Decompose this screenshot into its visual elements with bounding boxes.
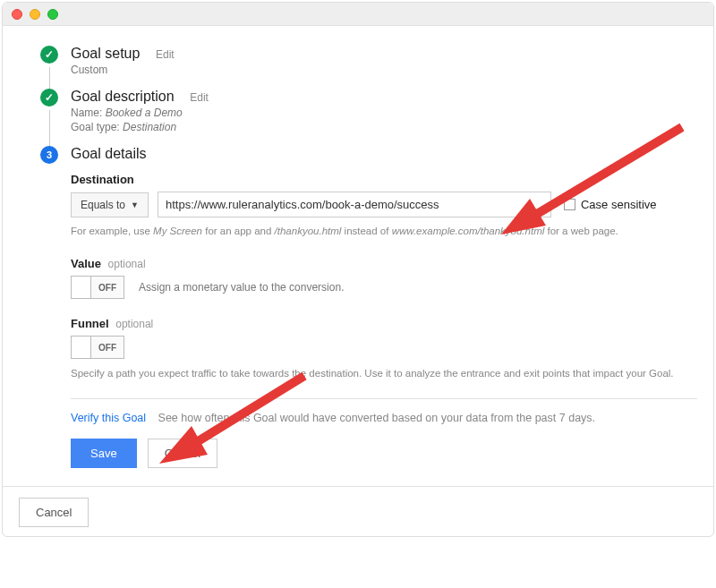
destination-hint: For example, use My Screen for an app an…	[71, 224, 697, 239]
hint-text: for a web page.	[544, 226, 618, 236]
step-setup-edit-link[interactable]: Edit	[156, 48, 175, 61]
step-description-type: Goal type: Destination	[71, 121, 697, 133]
titlebar	[3, 3, 713, 26]
funnel-desc: Specify a path you expect traffic to tak…	[71, 366, 697, 381]
verify-desc: See how often this Goal would have conve…	[158, 412, 596, 424]
step-description-edit-link[interactable]: Edit	[190, 91, 209, 104]
divider	[71, 398, 697, 399]
type-label: Goal type:	[71, 121, 120, 133]
minimize-window-icon[interactable]	[30, 9, 40, 20]
hint-text: instead of	[341, 226, 391, 236]
step-goal-description: Goal description Edit Name: Booked a Dem…	[19, 89, 697, 133]
value-toggle[interactable]: OFF	[71, 276, 124, 299]
step-setup-sub: Custom	[71, 64, 697, 76]
hint-text: My Screen	[153, 226, 202, 236]
save-button[interactable]: Save	[71, 439, 137, 468]
step-number: 3	[47, 149, 52, 160]
cancel-button[interactable]: Cancel	[148, 439, 217, 468]
value-label-text: Value	[71, 257, 101, 270]
destination-url-input[interactable]	[158, 192, 551, 217]
case-sensitive-checkbox[interactable]: Case sensitive	[564, 198, 657, 211]
funnel-row: OFF	[71, 336, 697, 359]
hint-text: www.example.com/thankyou.html	[392, 226, 545, 236]
caret-down-icon: ▼	[131, 200, 139, 209]
optional-text: optional	[115, 318, 153, 330]
goal-editor: Goal setup Edit Custom Goal description …	[3, 26, 713, 536]
toggle-state: OFF	[91, 283, 124, 293]
step-connector	[49, 67, 50, 90]
step-setup-title: Goal setup	[71, 46, 140, 62]
step-goal-details: 3 Goal details	[19, 146, 697, 164]
maximize-window-icon[interactable]	[47, 9, 58, 20]
checkmark-icon	[40, 89, 58, 107]
name-label: Name:	[71, 107, 102, 119]
step-description-name: Name: Booked a Demo	[71, 107, 697, 119]
toggle-thumb	[72, 277, 91, 298]
hint-text: for an app and	[202, 226, 275, 236]
window-chrome: Goal setup Edit Custom Goal description …	[2, 2, 714, 537]
value-desc: Assign a monetary value to the conversio…	[139, 281, 344, 294]
step-details-title: Goal details	[71, 146, 147, 162]
toggle-thumb	[72, 337, 91, 358]
case-sensitive-label: Case sensitive	[581, 198, 657, 211]
value-row: OFF Assign a monetary value to the conve…	[71, 276, 697, 299]
step-number-icon: 3	[40, 146, 58, 164]
outer-cancel-button[interactable]: Cancel	[19, 498, 89, 527]
value-label: Value optional	[71, 257, 697, 270]
divider	[3, 486, 713, 487]
hint-text: For example, use	[71, 226, 153, 236]
destination-row: Equals to ▼ Case sensitive	[71, 192, 697, 217]
optional-text: optional	[108, 258, 146, 270]
destination-label: Destination	[71, 173, 697, 186]
type-value: Destination	[123, 121, 176, 133]
match-type-dropdown[interactable]: Equals to ▼	[71, 192, 149, 217]
funnel-toggle[interactable]: OFF	[71, 336, 124, 359]
step-description-title: Goal description	[71, 89, 175, 105]
verify-row: Verify this Goal See how often this Goal…	[71, 412, 697, 424]
funnel-label-text: Funnel	[71, 317, 109, 330]
match-type-value: Equals to	[81, 199, 125, 211]
hint-text: /thankyou.html	[275, 226, 342, 236]
step-goal-setup: Goal setup Edit Custom	[19, 46, 697, 76]
checkmark-icon	[40, 46, 58, 64]
close-window-icon[interactable]	[12, 9, 22, 20]
toggle-state: OFF	[91, 343, 124, 353]
verify-goal-link[interactable]: Verify this Goal	[71, 412, 146, 424]
goal-details-body: Destination Equals to ▼ Case sensitive F…	[71, 173, 697, 468]
checkbox-box-icon	[564, 199, 575, 210]
name-value: Booked a Demo	[106, 107, 183, 119]
funnel-label: Funnel optional	[71, 317, 697, 330]
button-row: Save Cancel	[71, 439, 697, 468]
